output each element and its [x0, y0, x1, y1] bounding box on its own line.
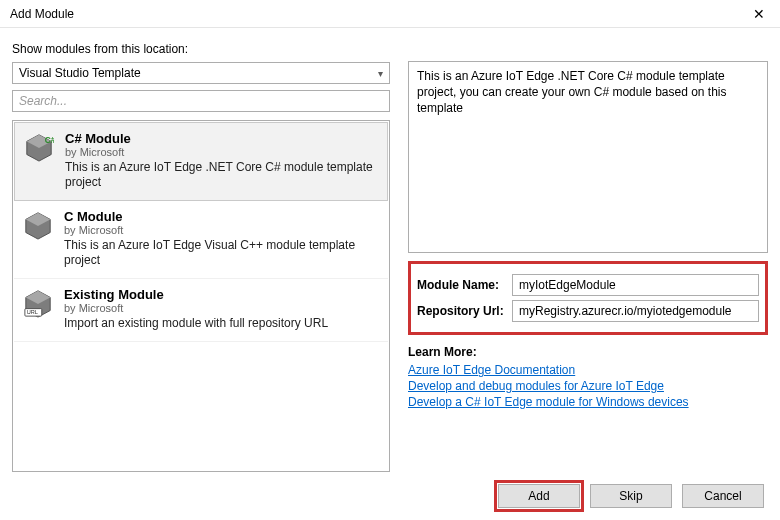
window-title: Add Module [10, 7, 74, 21]
svg-text:URL: URL [27, 309, 38, 315]
module-item-existing[interactable]: URL Existing Module by Microsoft Import … [14, 279, 388, 342]
dialog-content: Show modules from this location: Visual … [0, 28, 780, 520]
svg-text:C#: C# [45, 135, 54, 145]
close-button[interactable]: ✕ [738, 0, 780, 28]
repository-url-label: Repository Url: [417, 304, 512, 318]
cube-csharp-icon: C# [23, 131, 55, 163]
close-icon: ✕ [753, 6, 765, 22]
module-list[interactable]: C# C# Module by Microsoft This is an Azu… [12, 120, 390, 472]
learn-link-docs[interactable]: Azure IoT Edge Documentation [408, 363, 575, 377]
module-desc: This is an Azure IoT Edge .NET Core C# m… [65, 160, 379, 190]
module-title: C Module [64, 209, 380, 224]
cancel-button[interactable]: Cancel [682, 484, 764, 508]
module-author: by Microsoft [65, 146, 379, 158]
module-author: by Microsoft [64, 224, 380, 236]
chevron-down-icon: ▾ [378, 68, 383, 79]
module-form-highlight: Module Name: Repository Url: [408, 261, 768, 335]
module-item-c[interactable]: C Module by Microsoft This is an Azure I… [14, 201, 388, 279]
description-box: This is an Azure IoT Edge .NET Core C# m… [408, 61, 768, 253]
skip-button[interactable]: Skip [590, 484, 672, 508]
titlebar: Add Module ✕ [0, 0, 780, 28]
location-dropdown[interactable]: Visual Studio Template ▾ [12, 62, 390, 84]
dialog-buttons: Add Skip Cancel [12, 472, 768, 520]
module-desc: Import an existing module with full repo… [64, 316, 380, 331]
module-name-input[interactable] [512, 274, 759, 296]
module-desc: This is an Azure IoT Edge Visual C++ mod… [64, 238, 380, 268]
module-title: C# Module [65, 131, 379, 146]
location-selected: Visual Studio Template [19, 66, 141, 80]
learn-more-title: Learn More: [408, 345, 768, 359]
location-label: Show modules from this location: [12, 42, 768, 56]
module-item-csharp[interactable]: C# C# Module by Microsoft This is an Azu… [14, 122, 388, 201]
learn-link-develop[interactable]: Develop and debug modules for Azure IoT … [408, 379, 664, 393]
module-name-label: Module Name: [417, 278, 512, 292]
repository-url-input[interactable] [512, 300, 759, 322]
cube-icon [22, 209, 54, 241]
module-title: Existing Module [64, 287, 380, 302]
learn-more-section: Learn More: Azure IoT Edge Documentation… [408, 345, 768, 411]
learn-link-csharp-windows[interactable]: Develop a C# IoT Edge module for Windows… [408, 395, 689, 409]
search-input[interactable]: Search... [12, 90, 390, 112]
module-author: by Microsoft [64, 302, 380, 314]
cube-url-icon: URL [22, 287, 54, 319]
add-button[interactable]: Add [498, 484, 580, 508]
